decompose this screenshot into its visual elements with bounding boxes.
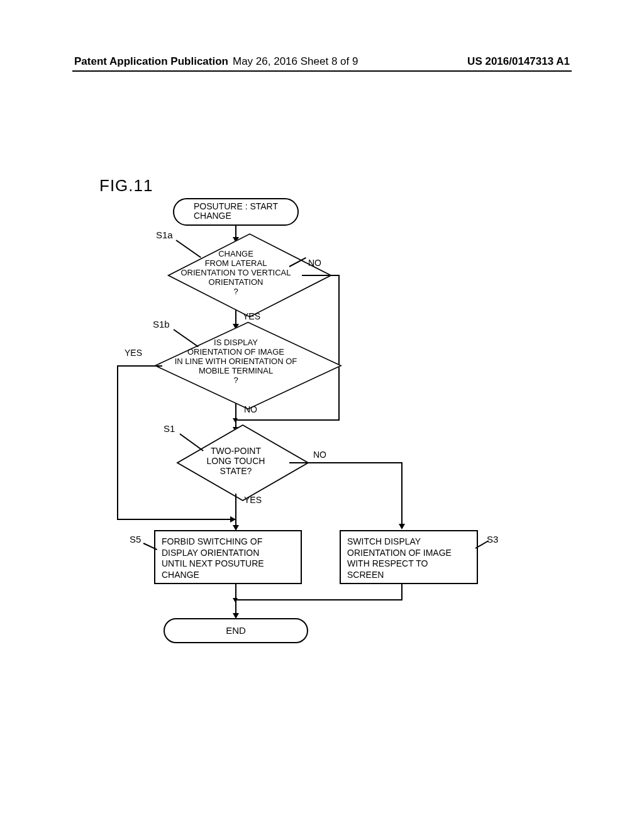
branch-no-s1b: NO <box>244 404 257 414</box>
start-token: : START <box>245 201 278 211</box>
step-label-s1a: S1a <box>156 230 173 240</box>
connector <box>236 419 340 421</box>
connector <box>338 275 340 421</box>
connector <box>302 275 340 276</box>
branch-no-s1: NO <box>313 450 326 460</box>
start-line1: POSUTURE <box>194 201 243 211</box>
flowchart: POSUTURE : START CHANGE CHANGE FROM LATE… <box>113 198 553 676</box>
header-rule <box>72 70 572 72</box>
connector <box>289 462 402 463</box>
branch-no-s1a: NO <box>308 258 321 268</box>
branch-yes-s1: YES <box>244 495 262 505</box>
process-s3: SWITCH DISPLAY ORIENTATION OF IMAGE WITH… <box>340 530 478 584</box>
connector <box>235 310 236 325</box>
step-label-s1: S1 <box>164 423 175 434</box>
arrow-down-icon <box>233 598 238 602</box>
branch-yes-s1a: YES <box>243 311 260 321</box>
start-line2: CHANGE <box>194 211 231 221</box>
connector <box>235 494 236 528</box>
process-s5-text: FORBID SWITCHING OF DISPLAY ORIENTATION … <box>162 536 264 580</box>
header-center: May 26, 2016 Sheet 8 of 9 <box>233 55 358 68</box>
connector <box>117 365 162 367</box>
process-s5: FORBID SWITCHING OF DISPLAY ORIENTATION … <box>154 530 302 584</box>
step-label-s1b: S1b <box>153 319 170 329</box>
end-node: END <box>164 618 308 643</box>
decision-s1b: IS DISPLAY ORIENTATION OF IMAGE IN LINE … <box>154 328 318 404</box>
arrow-down-icon <box>233 418 238 423</box>
start-node: POSUTURE : START CHANGE <box>173 198 299 226</box>
process-s3-text: SWITCH DISPLAY ORIENTATION OF IMAGE WITH… <box>347 536 452 580</box>
step-label-s3: S3 <box>487 534 498 545</box>
header-right: US 2016/0147313 A1 <box>467 55 570 68</box>
arrow-down-icon <box>399 524 405 529</box>
decision-s1: TWO-POINT LONG TOUCH STATE? <box>179 432 292 495</box>
step-label-s5: S5 <box>130 534 141 545</box>
connector <box>117 365 118 520</box>
branch-yes-s1b: YES <box>125 348 142 358</box>
figure-label: FIG.11 <box>99 176 153 196</box>
connector <box>401 584 402 600</box>
end-text: END <box>226 625 246 636</box>
decision-s1a: CHANGE FROM LATERAL ORIENTATION TO VERTI… <box>167 241 305 310</box>
connector <box>117 519 235 520</box>
header-left: Patent Application Publication <box>74 55 228 68</box>
connector <box>235 226 236 238</box>
connector <box>401 462 402 525</box>
connector <box>236 599 402 600</box>
